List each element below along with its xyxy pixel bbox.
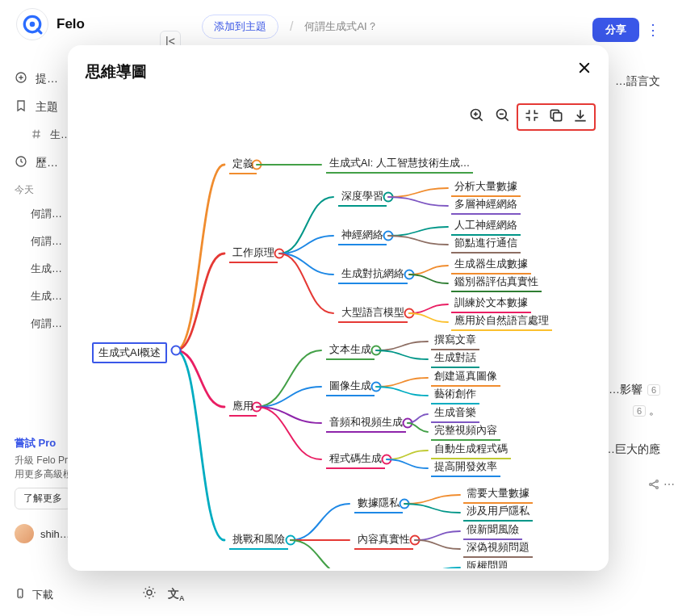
leaf-node[interactable]: 分析大量數據	[451, 180, 521, 197]
mindmap-node[interactable]: 大型語言模型	[338, 305, 408, 323]
leaf-node[interactable]: 生成音樂	[431, 406, 479, 423]
leaf-node[interactable]: 生成器生成數據	[451, 258, 531, 274]
mindmap-node[interactable]: 音頻和視頻生成	[326, 415, 406, 433]
body-text-peek: …語言文	[615, 74, 660, 89]
avatar[interactable]	[15, 524, 34, 543]
leaf-node[interactable]: 節點進行通信	[451, 237, 521, 254]
bookmark-icon	[15, 99, 27, 115]
theme-toggle-icon[interactable]	[142, 585, 157, 603]
sidebar-item-label: 提…	[36, 72, 58, 86]
learn-more-button[interactable]: 了解更多	[15, 488, 71, 509]
clock-icon	[15, 155, 27, 170]
svg-point-12	[172, 346, 181, 355]
svg-point-0	[24, 16, 40, 32]
mindmap-node[interactable]: 數據隱私	[354, 496, 403, 513]
leaf-node[interactable]: 應用於自然語言處理	[451, 314, 552, 331]
citation-badge[interactable]: 6	[647, 384, 660, 396]
username: shih…	[40, 528, 70, 540]
more-icon[interactable]: ⋯	[663, 478, 675, 491]
svg-point-3	[16, 157, 26, 166]
leaf-node[interactable]: 訓練於文本數據	[451, 296, 531, 313]
breadcrumb-separator: /	[290, 19, 293, 34]
brand-name: Felo	[56, 16, 85, 32]
node-application[interactable]: 應用	[229, 399, 257, 417]
app-logo	[16, 8, 48, 40]
leaf-node[interactable]: 創建逼真圖像	[431, 370, 500, 387]
citation-badge[interactable]: 6	[633, 405, 646, 417]
body-text-peek: 6 。	[633, 404, 660, 418]
leaf-node[interactable]: 多層神經網絡	[451, 198, 521, 215]
body-text-peek: …巨大的應	[604, 442, 660, 457]
svg-rect-7	[18, 589, 23, 598]
sidebar-item-label: 歷…	[36, 156, 58, 170]
breadcrumb[interactable]: 何謂生成式AI？	[304, 19, 377, 34]
svg-point-1	[30, 22, 36, 27]
sidebar-item-label: 主題	[36, 100, 58, 115]
leaf-node[interactable]: 自動生成程式碼	[431, 442, 511, 459]
node-risk[interactable]: 挑戰和風險	[229, 532, 288, 550]
mindmap-node[interactable]: 深度學習	[338, 189, 387, 207]
leaf-node[interactable]: 藝術創作	[431, 388, 479, 404]
modal-title: 思維導圖	[86, 61, 147, 82]
leaf-node[interactable]: 涉及用戶隱私	[463, 505, 533, 522]
mindmap-node[interactable]: 生成對抗網絡	[338, 266, 408, 284]
close-icon	[577, 61, 592, 78]
leaf-node[interactable]: 提高開發效率	[431, 460, 500, 477]
share-button[interactable]: 分享	[592, 18, 639, 42]
leaf-node[interactable]: 撰寫文章	[431, 333, 479, 350]
body-text-peek: …影響 6	[609, 383, 660, 397]
language-icon[interactable]: 文A	[168, 587, 185, 602]
leaf-node[interactable]: 人工神經網絡	[451, 219, 521, 236]
mindmap-node[interactable]: 文本生成	[326, 342, 375, 360]
add-to-topic-button[interactable]: 添加到主題	[202, 15, 278, 39]
leaf-node[interactable]: 假新聞風險	[463, 523, 522, 540]
leaf-node[interactable]: 深偽視頻問題	[463, 541, 533, 558]
leaf-node[interactable]: 需要大量數據	[463, 487, 533, 504]
svg-point-4	[650, 484, 652, 486]
leaf-node[interactable]: 鑑別器評估真實性	[451, 275, 542, 292]
mindmap-root[interactable]: 生成式AI概述	[92, 342, 167, 363]
leaf-node[interactable]: 生成對話	[431, 351, 479, 368]
mindmap-node[interactable]: 程式碼生成	[326, 451, 385, 469]
mindmap-node[interactable]: 內容真實性	[354, 532, 413, 550]
share-icon[interactable]	[647, 478, 660, 493]
device-icon	[15, 586, 26, 603]
download-link[interactable]: 下載	[15, 586, 53, 603]
mindmap-modal: 思維導圖	[68, 45, 609, 571]
close-button[interactable]	[573, 58, 596, 81]
svg-point-5	[656, 480, 659, 483]
leaf-node[interactable]: 生成式AI: 人工智慧技術生成…	[326, 157, 473, 174]
hash-icon	[31, 128, 42, 142]
plus-circle-icon	[15, 71, 27, 86]
leaf-node[interactable]: 版權問題	[463, 559, 512, 568]
svg-point-2	[16, 73, 26, 82]
more-menu-button[interactable]: ⋮	[646, 21, 660, 39]
leaf-node[interactable]: 完整視頻內容	[431, 424, 500, 441]
svg-point-8	[147, 590, 152, 595]
node-principle[interactable]: 工作原理	[229, 245, 278, 263]
mindmap-canvas[interactable]: 生成式AI概述定義生成式AI: 人工智慧技術生成…工作原理深度學習分析大量數據多…	[68, 92, 609, 568]
svg-point-6	[656, 487, 659, 489]
node-definition[interactable]: 定義	[229, 157, 257, 174]
mindmap-node[interactable]: 圖像生成	[326, 379, 375, 396]
mindmap-node[interactable]: 神經網絡	[338, 228, 387, 245]
